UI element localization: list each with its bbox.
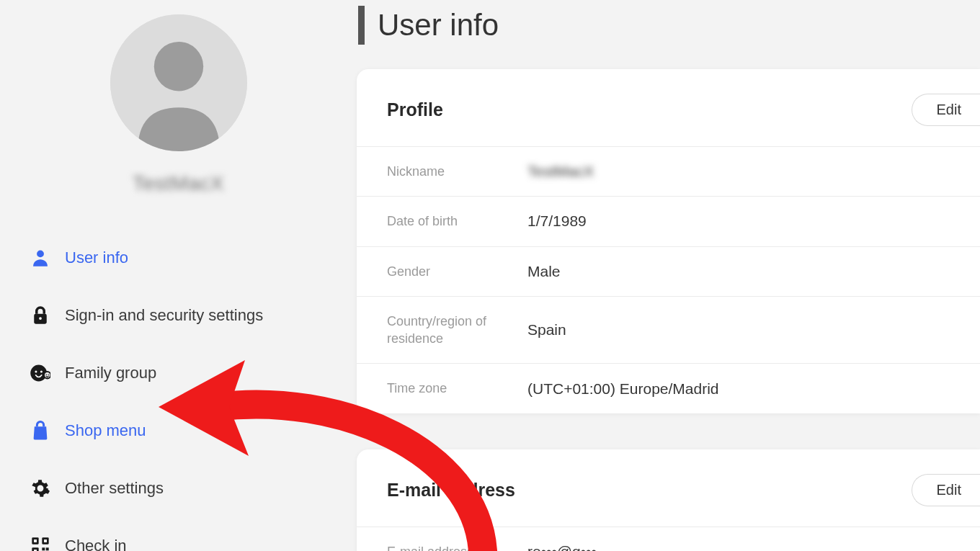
field-label: Gender [387,263,527,280]
family-group-icon [30,363,50,383]
field-value: re•••@g••• [527,543,597,551]
avatar-placeholder-icon [110,14,247,151]
sidebar-item-label: Check in [65,537,127,551]
svg-point-2 [37,251,44,258]
sidebar-nav: User info Sign-in and security settings … [29,235,328,551]
shopping-bag-icon [30,421,50,441]
svg-rect-17 [42,547,45,550]
main-content: User info Profile Edit Nickname TestMacX… [357,0,980,551]
sidebar: TestMacX User info Sign-in and security … [0,0,357,551]
field-label: Time zone [387,380,527,397]
svg-rect-14 [44,539,47,542]
lock-icon [30,305,50,326]
sidebar-item-label: User info [65,248,128,267]
sidebar-item-label: Sign-in and security settings [65,306,263,325]
user-icon [30,248,50,268]
page-title-text: User info [378,8,499,42]
sidebar-item-shop-menu[interactable]: Shop menu [29,408,328,454]
sidebar-item-check-in[interactable]: Check in [29,523,328,551]
field-label: Nickname [387,163,527,180]
svg-rect-12 [34,539,37,542]
field-value: (UTC+01:00) Europe/Madrid [527,380,719,398]
edit-email-button[interactable]: Edit [912,474,980,506]
edit-profile-button[interactable]: Edit [912,94,980,126]
svg-rect-18 [46,547,49,550]
profile-row-timezone[interactable]: Time zone (UTC+01:00) Europe/Madrid [357,363,980,413]
sidebar-item-user-info[interactable]: User info [29,235,328,281]
svg-point-10 [48,374,49,375]
profile-row-country[interactable]: Country/region of residence Spain [357,296,980,364]
sidebar-item-label: Family group [65,364,156,382]
sidebar-item-family-group[interactable]: Family group [29,350,328,396]
field-value: Spain [527,321,566,339]
field-label: Date of birth [387,212,527,230]
profile-heading: Profile [387,99,443,120]
svg-point-7 [40,371,43,373]
gear-icon [30,478,50,498]
svg-point-1 [153,42,202,91]
sidebar-username: TestMacX [29,172,328,195]
sidebar-item-label: Shop menu [65,421,146,440]
sidebar-item-label: Other settings [65,479,164,498]
field-label: E-mail address [387,543,527,551]
svg-point-4 [39,317,42,320]
email-card: E-mail address Edit E-mail address re•••… [357,449,980,551]
field-value: TestMacX [527,163,594,180]
qr-code-icon [30,536,50,551]
sidebar-item-security[interactable]: Sign-in and security settings [29,292,328,339]
svg-point-9 [45,374,47,375]
svg-point-8 [44,372,50,378]
svg-point-6 [35,371,37,373]
field-value: Male [527,263,561,280]
avatar[interactable] [110,14,247,151]
profile-row-gender[interactable]: Gender Male [357,246,980,296]
profile-row-nickname[interactable]: Nickname TestMacX [357,146,980,196]
profile-row-dob[interactable]: Date of birth 1/7/1989 [357,196,980,246]
field-value: 1/7/1989 [527,212,587,230]
email-row-address[interactable]: E-mail address re•••@g••• [357,527,980,551]
profile-card: Profile Edit Nickname TestMacX Date of b… [357,69,980,413]
field-label: Country/region of residence [387,313,527,348]
sidebar-item-other-settings[interactable]: Other settings [29,465,328,511]
page-title: User info [358,6,980,45]
page-title-bar [358,6,365,45]
email-heading: E-mail address [387,480,515,501]
